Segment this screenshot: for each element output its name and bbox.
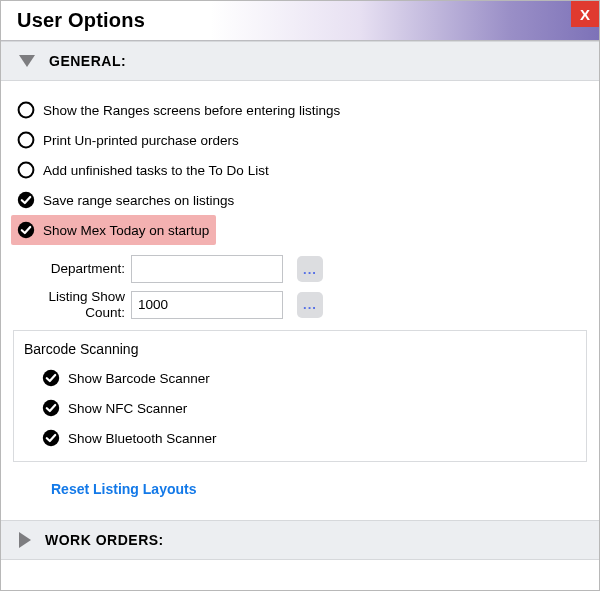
radio-unchecked-icon bbox=[17, 101, 35, 119]
section-label-work-orders: WORK ORDERS: bbox=[45, 532, 164, 548]
check-checked-icon bbox=[17, 221, 35, 239]
option-save-range[interactable]: Save range searches on listings bbox=[11, 185, 589, 215]
option-label: Show NFC Scanner bbox=[68, 401, 187, 416]
option-mex-today[interactable]: Show Mex Today on startup bbox=[11, 215, 216, 245]
field-listing-show-count: Listing Show Count: ... bbox=[11, 289, 589, 320]
option-unfinished-tasks[interactable]: Add unfinished tasks to the To Do List bbox=[11, 155, 589, 185]
option-ranges[interactable]: Show the Ranges screens before entering … bbox=[11, 95, 589, 125]
reset-listing-layouts-link[interactable]: Reset Listing Layouts bbox=[51, 481, 196, 497]
field-label-listing-show-count: Listing Show Count: bbox=[11, 289, 131, 320]
chevron-down-icon bbox=[19, 55, 35, 67]
close-button[interactable]: X bbox=[571, 1, 599, 27]
chevron-right-icon bbox=[19, 532, 31, 548]
user-options-window: User Options X GENERAL: Show the Ranges … bbox=[0, 0, 600, 591]
option-label: Add unfinished tasks to the To Do List bbox=[43, 163, 269, 178]
department-input[interactable] bbox=[131, 255, 283, 283]
svg-point-1 bbox=[19, 133, 34, 148]
svg-point-7 bbox=[43, 430, 59, 446]
window-title: User Options bbox=[17, 9, 145, 32]
check-checked-icon bbox=[42, 369, 60, 387]
svg-point-2 bbox=[19, 163, 34, 178]
option-show-nfc-scanner[interactable]: Show NFC Scanner bbox=[22, 393, 578, 423]
listing-show-count-picker-button[interactable]: ... bbox=[297, 292, 323, 318]
svg-point-3 bbox=[18, 192, 34, 208]
option-label: Show the Ranges screens before entering … bbox=[43, 103, 340, 118]
group-title-barcode: Barcode Scanning bbox=[22, 339, 578, 363]
option-label: Show Mex Today on startup bbox=[43, 223, 209, 238]
svg-point-0 bbox=[19, 103, 34, 118]
section-header-work-orders[interactable]: WORK ORDERS: bbox=[1, 520, 599, 560]
radio-unchecked-icon bbox=[17, 161, 35, 179]
check-checked-icon bbox=[42, 429, 60, 447]
titlebar: User Options X bbox=[1, 1, 599, 41]
option-print-unprinted[interactable]: Print Un-printed purchase orders bbox=[11, 125, 589, 155]
section-body-general: Show the Ranges screens before entering … bbox=[1, 81, 599, 520]
svg-point-4 bbox=[18, 222, 34, 238]
svg-point-6 bbox=[43, 400, 59, 416]
option-label: Print Un-printed purchase orders bbox=[43, 133, 239, 148]
section-header-general[interactable]: GENERAL: bbox=[1, 41, 599, 81]
option-show-barcode-scanner[interactable]: Show Barcode Scanner bbox=[22, 363, 578, 393]
section-label-general: GENERAL: bbox=[49, 53, 126, 69]
department-picker-button[interactable]: ... bbox=[297, 256, 323, 282]
option-label: Save range searches on listings bbox=[43, 193, 234, 208]
group-barcode-scanning: Barcode Scanning Show Barcode Scanner Sh… bbox=[13, 330, 587, 462]
radio-unchecked-icon bbox=[17, 131, 35, 149]
reset-listing-layouts-row: Reset Listing Layouts bbox=[11, 462, 589, 510]
check-checked-icon bbox=[17, 191, 35, 209]
option-show-bluetooth-scanner[interactable]: Show Bluetooth Scanner bbox=[22, 423, 578, 453]
check-checked-icon bbox=[42, 399, 60, 417]
listing-show-count-input[interactable] bbox=[131, 291, 283, 319]
option-label: Show Barcode Scanner bbox=[68, 371, 210, 386]
svg-point-5 bbox=[43, 370, 59, 386]
option-label: Show Bluetooth Scanner bbox=[68, 431, 217, 446]
close-icon: X bbox=[580, 6, 590, 23]
field-label-department: Department: bbox=[11, 261, 131, 277]
field-department: Department: ... bbox=[11, 255, 589, 283]
